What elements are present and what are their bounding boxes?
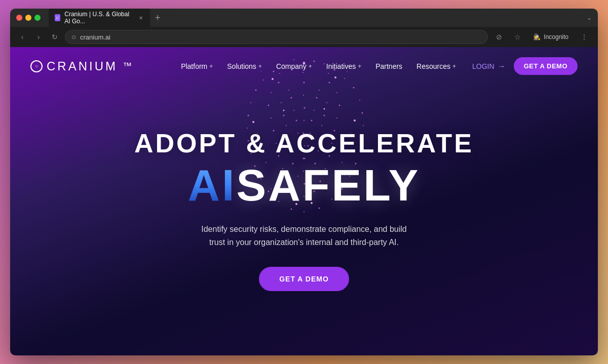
platform-plus-icon: + (209, 63, 213, 70)
lock-icon: ⊙ (71, 34, 76, 41)
more-menu-button[interactable]: ⋮ (577, 31, 592, 43)
nav-company-label: Company (276, 62, 307, 70)
nav-resources[interactable]: Resources + (416, 62, 456, 70)
nav-company[interactable]: Company + (276, 62, 312, 70)
url-text: cranium.ai (80, 33, 110, 41)
bookmark-icon[interactable]: ☆ (510, 31, 525, 43)
nav-initiatives[interactable]: Initiatives + (326, 62, 361, 70)
hero-safely-text: SAFELY (236, 163, 420, 208)
reload-button[interactable]: ↻ (49, 31, 61, 43)
nav-platform-label: Platform (181, 62, 207, 70)
website-content: ○ CRANIUM ™ Platform + Solutions + Compa… (10, 47, 598, 355)
expand-icon[interactable]: ⌄ (587, 14, 592, 21)
forward-button[interactable]: › (32, 31, 45, 43)
browser-tabs: C Cranium | U.S. & Global AI Go... ✕ + (49, 9, 583, 28)
logo-text: CRANIUM (47, 59, 118, 73)
hero-description: Identify security risks, demonstrate com… (193, 223, 415, 249)
logo-tm: ™ (123, 61, 132, 71)
nav-resources-label: Resources (416, 62, 450, 70)
traffic-lights (16, 15, 41, 21)
incognito-button[interactable]: 🕵 Incognito (529, 31, 573, 43)
login-label: LOGIN (472, 62, 495, 70)
hero-section: ADOPT & ACCELERATE AI SAFELY Identify se… (10, 85, 598, 355)
incognito-label: Incognito (544, 33, 568, 41)
nav-platform[interactable]: Platform + (181, 62, 213, 70)
site-navigation: ○ CRANIUM ™ Platform + Solutions + Compa… (10, 47, 598, 85)
get-demo-hero-button[interactable]: GET A DEMO (259, 267, 349, 291)
logo-symbol: ○ (35, 63, 38, 69)
nav-solutions[interactable]: Solutions + (227, 62, 262, 70)
nav-partners-label: Partners (375, 62, 402, 70)
login-arrow-icon: → (498, 62, 506, 71)
toolbar-actions: ⊘ ☆ 🕵 Incognito ⋮ (492, 31, 592, 43)
login-button[interactable]: LOGIN → (472, 62, 506, 71)
site-logo[interactable]: ○ CRANIUM ™ (30, 59, 132, 73)
maximize-button[interactable] (34, 15, 41, 21)
tracking-protection-icon[interactable]: ⊘ (492, 31, 506, 43)
solutions-plus-icon: + (258, 63, 262, 70)
hero-ai-text: AI (187, 163, 236, 208)
close-button[interactable] (16, 15, 22, 21)
incognito-icon: 🕵 (533, 33, 541, 41)
address-bar[interactable]: ⊙ cranium.ai (65, 30, 488, 44)
back-button[interactable]: ‹ (16, 31, 28, 43)
get-demo-nav-button[interactable]: GET A DEMO (514, 57, 578, 75)
logo-icon: ○ (30, 60, 43, 72)
minimize-button[interactable] (25, 15, 31, 21)
active-tab[interactable]: C Cranium | U.S. & Global AI Go... ✕ (49, 9, 150, 28)
nav-initiatives-label: Initiatives (326, 62, 356, 70)
hero-headline: AI SAFELY (187, 163, 420, 208)
browser-window: C Cranium | U.S. & Global AI Go... ✕ + ⌄… (10, 9, 598, 355)
resources-plus-icon: + (452, 63, 456, 70)
nav-links: Platform + Solutions + Company + Initiat… (181, 62, 456, 70)
nav-actions: LOGIN → GET A DEMO (472, 57, 578, 75)
initiatives-plus-icon: + (358, 63, 361, 70)
hero-tagline: ADOPT & ACCELERATE (134, 129, 474, 158)
tab-favicon: C (55, 14, 60, 21)
company-plus-icon: + (309, 63, 312, 70)
nav-partners[interactable]: Partners (375, 62, 402, 70)
nav-solutions-label: Solutions (227, 62, 256, 70)
tab-title: Cranium | U.S. & Global AI Go... (64, 11, 134, 25)
new-tab-button[interactable]: + (152, 13, 164, 23)
browser-toolbar: ‹ › ↻ ⊙ cranium.ai ⊘ ☆ 🕵 Incognito ⋮ (10, 27, 598, 47)
tab-close-icon[interactable]: ✕ (138, 14, 144, 21)
browser-titlebar: C Cranium | U.S. & Global AI Go... ✕ + ⌄ (10, 9, 598, 27)
